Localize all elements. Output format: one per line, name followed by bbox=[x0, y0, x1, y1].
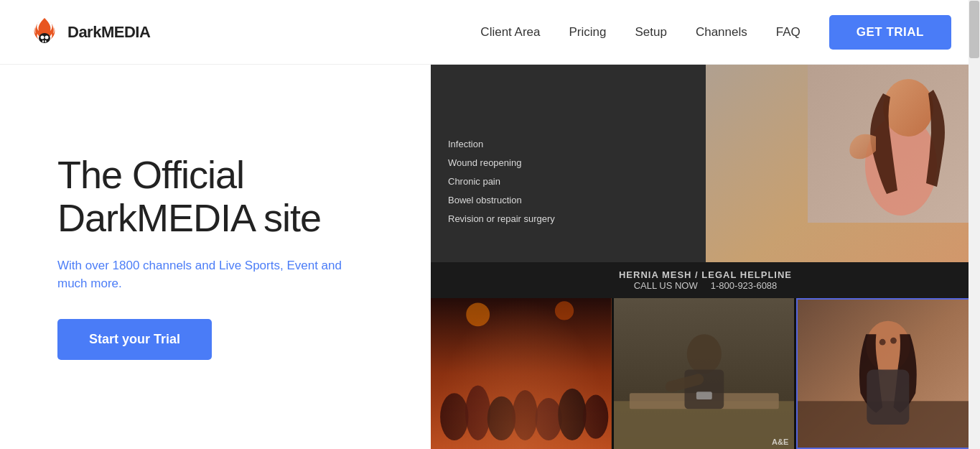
bar-title: HERNIA MESH / LEGAL HELPLINE bbox=[442, 269, 969, 280]
thumb2-channel-label: A&E bbox=[772, 438, 788, 446]
svg-rect-8 bbox=[431, 298, 612, 449]
svg-rect-3 bbox=[42, 40, 44, 42]
svg-point-2 bbox=[45, 35, 49, 39]
svg-point-13 bbox=[536, 398, 562, 440]
navbar: DarkMEDIA Client Area Pricing Setup Chan… bbox=[0, 0, 980, 65]
nav-faq[interactable]: FAQ bbox=[776, 25, 801, 40]
hero-title: The Official DarkMEDIA site bbox=[57, 154, 402, 239]
svg-point-9 bbox=[440, 393, 468, 440]
hero-subtitle-normal: With over 1800 channels and bbox=[57, 259, 219, 272]
crowd-scene-icon bbox=[431, 298, 612, 449]
svg-point-17 bbox=[555, 301, 574, 320]
get-trial-button[interactable]: GET TRIAL bbox=[829, 15, 951, 50]
svg-rect-4 bbox=[45, 40, 47, 42]
svg-point-10 bbox=[465, 385, 490, 440]
media-panel: Infection Wound reopening Chronic pain B… bbox=[431, 65, 980, 449]
woman-figure-icon bbox=[808, 65, 980, 223]
thumbnail-1 bbox=[431, 298, 612, 449]
logo-icon bbox=[29, 17, 60, 48]
list-item-1: Infection bbox=[448, 135, 689, 154]
hero-section: The Official DarkMEDIA site With over 18… bbox=[0, 65, 980, 449]
thumbnail-2: A&E bbox=[614, 298, 795, 449]
table-scene-icon bbox=[614, 298, 795, 449]
nav-setup[interactable]: Setup bbox=[635, 25, 667, 40]
svg-point-14 bbox=[558, 389, 586, 440]
start-trial-button[interactable]: Start your Trial bbox=[57, 319, 212, 360]
list-item-2: Wound reopening bbox=[448, 154, 689, 172]
indoor-scene-icon bbox=[798, 300, 979, 448]
svg-point-1 bbox=[41, 35, 45, 39]
svg-point-0 bbox=[39, 33, 50, 43]
svg-rect-28 bbox=[867, 370, 910, 425]
list-item-5: Revision or repair surgery bbox=[448, 210, 689, 228]
bar-sub: CALL US NOW bbox=[634, 280, 698, 291]
video-bottom-bar: HERNIA MESH / LEGAL HELPLINE CALL US NOW… bbox=[431, 262, 980, 298]
thumbnail-3 bbox=[796, 298, 980, 449]
thumbnails-row: A&E bbox=[431, 298, 980, 449]
svg-point-21 bbox=[686, 334, 721, 374]
svg-point-15 bbox=[583, 395, 608, 439]
svg-point-7 bbox=[883, 79, 933, 136]
nav-pricing[interactable]: Pricing bbox=[569, 25, 607, 40]
list-item-4: Bowel obstruction bbox=[448, 191, 689, 210]
list-item-3: Chronic pain bbox=[448, 172, 689, 191]
hero-subtitle-highlight: Live Sports, Event bbox=[219, 259, 318, 272]
svg-point-16 bbox=[466, 303, 490, 327]
main-video: Infection Wound reopening Chronic pain B… bbox=[431, 65, 980, 298]
hero-text: The Official DarkMEDIA site With over 18… bbox=[57, 154, 431, 360]
bar-phone-number: 1-800-923-6088 bbox=[711, 280, 778, 291]
svg-rect-22 bbox=[684, 370, 724, 409]
hero-subtitle: With over 1800 channels and Live Sports,… bbox=[57, 256, 359, 293]
nav-client-area[interactable]: Client Area bbox=[480, 25, 540, 40]
video-inner: Infection Wound reopening Chronic pain B… bbox=[431, 65, 980, 298]
brand-name: DarkMEDIA bbox=[67, 23, 150, 42]
scrollbar[interactable] bbox=[969, 65, 980, 449]
svg-point-11 bbox=[487, 397, 515, 440]
svg-point-29 bbox=[879, 339, 886, 346]
svg-point-12 bbox=[513, 390, 538, 440]
svg-rect-24 bbox=[696, 392, 712, 399]
nav-links: Client Area Pricing Setup Channels FAQ G… bbox=[480, 15, 951, 50]
logo[interactable]: DarkMEDIA bbox=[29, 17, 150, 48]
nav-channels[interactable]: Channels bbox=[696, 25, 747, 40]
svg-point-30 bbox=[890, 338, 897, 344]
bar-phone: CALL US NOW 1-800-923-6088 bbox=[442, 280, 969, 291]
